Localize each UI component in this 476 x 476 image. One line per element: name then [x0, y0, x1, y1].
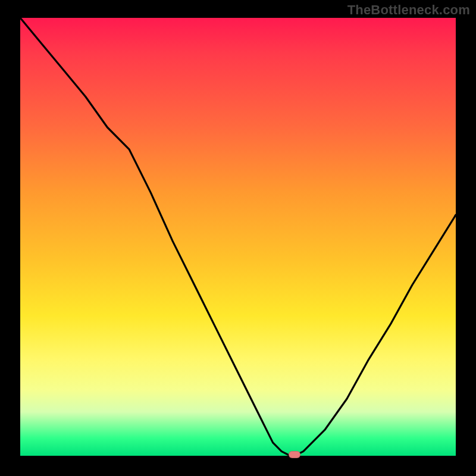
watermark-text: TheBottleneck.com: [347, 2, 470, 18]
bottleneck-curve: [20, 18, 456, 456]
plot-area: [20, 18, 456, 456]
curve-path: [20, 18, 456, 456]
chart-container: TheBottleneck.com: [0, 0, 476, 476]
optimal-marker: [289, 451, 300, 458]
